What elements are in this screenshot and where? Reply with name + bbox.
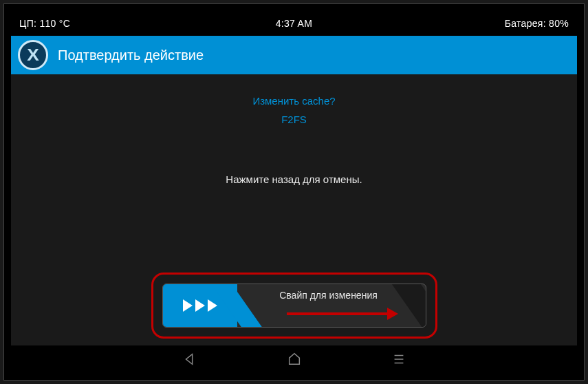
home-pentagon-icon (287, 352, 302, 367)
filesystem-label: F2FS (11, 114, 577, 125)
back-triangle-icon (182, 352, 197, 367)
swipe-track: Свайп для изменения (162, 284, 426, 328)
swipe-label: Свайп для изменения (246, 290, 412, 301)
chevron-right-icon (195, 299, 205, 312)
page-title: Подтвердить действие (58, 47, 204, 63)
annotation-arrow-icon (287, 308, 398, 320)
cpu-temp-label: ЦП: 110 °C (11, 18, 202, 29)
status-bar: ЦП: 110 °C 4:37 AM Батарея: 80% (11, 11, 577, 36)
back-button[interactable] (179, 348, 201, 370)
clock-label: 4:37 AM (202, 18, 385, 29)
twrp-logo-icon: X (18, 40, 48, 70)
header-bar: X Подтвердить действие (11, 36, 577, 74)
nav-bar (11, 345, 577, 373)
chevron-right-icon (208, 299, 217, 312)
confirm-question: Изменить cache? (11, 95, 577, 107)
battery-label: Батарея: 80% (386, 18, 577, 29)
menu-button[interactable] (388, 348, 410, 370)
screen-frame: ЦП: 110 °C 4:37 AM Батарея: 80% X Подтве… (3, 3, 585, 381)
cancel-instruction: Нажмите назад для отмены. (11, 173, 577, 185)
swipe-confirm[interactable]: Свайп для изменения (157, 278, 432, 333)
menu-lines-icon (391, 352, 406, 367)
home-button[interactable] (283, 348, 305, 370)
chevron-right-icon (183, 299, 193, 312)
swipe-handle[interactable] (163, 284, 237, 327)
